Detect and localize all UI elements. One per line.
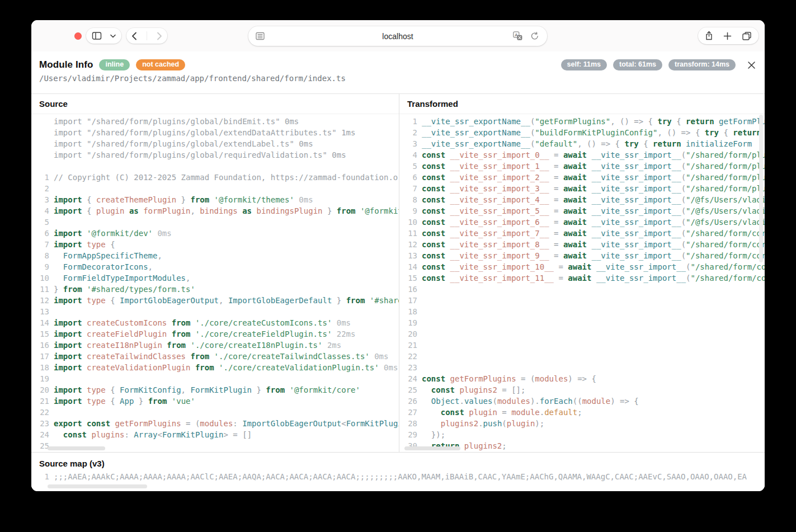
line-number [35,127,49,138]
transformed-pane-title: Transformed [399,94,765,114]
line-number: 6 [35,228,49,239]
line-number: 19 [403,317,417,328]
line-number: 5 [403,161,417,172]
chevron-down-icon[interactable] [110,34,116,38]
line-number: 23 [403,362,417,373]
module-info-header: Module Info inline not cached self: 11ms… [31,51,765,93]
line-number: 5 [35,216,49,228]
tabs-icon[interactable] [742,31,752,41]
code-line: 4const __vite_ssr_import_0__ = await __v… [403,149,765,161]
line-number: 22 [35,407,49,418]
timing-badge-self: self: 11ms [561,59,607,70]
line-number: 17 [403,295,417,306]
nav-divider [147,31,147,40]
source-horizontal-scrollbar[interactable] [48,446,105,450]
line-number: 15 [35,328,49,340]
code-text: import createFieldPlugin from './core/cr… [54,328,355,340]
code-line [35,161,399,172]
traffic-light-close[interactable] [74,32,82,40]
code-text: __vite_ssr_exportName__("buildFormKitPlu… [422,127,765,138]
source-pane: Source import "/shared/form/plugins/glob… [31,94,399,452]
share-icon[interactable] [705,31,713,41]
line-number: 17 [35,351,49,362]
code-text: }); [422,429,445,440]
code-line: 1// Copyright (C) 2012-2025 Zammad Found… [35,172,399,183]
code-line: 10const __vite_ssr_import_6__ = await __… [403,216,765,228]
code-line: 28 plugins2.push(plugin); [403,418,765,429]
line-number: 14 [403,261,417,272]
code-text: plugins2.push(plugin); [422,418,544,429]
code-text: const __vite_ssr_import_9__ = await __vi… [422,250,765,261]
sidebar-toggle-icon[interactable] [92,31,102,40]
code-text: FormFieldTypeImportModules, [54,272,190,284]
code-line: 13const __vite_ssr_import_9__ = await __… [403,250,765,261]
code-text: Object.values(modules).forEach((module) … [422,396,639,407]
code-line: 2 [35,183,399,194]
timing-badge-transform: transform: 14ms [668,59,736,70]
address-bar[interactable]: localhost A [248,26,547,46]
back-button[interactable] [131,32,137,40]
source-code[interactable]: import "/shared/form/plugins/global/bind… [31,114,399,452]
code-text: import type { ImportGlobEagerOutput, Imp… [54,295,399,306]
code-line: 3__vite_ssr_exportName__("default", () =… [403,138,765,149]
code-line: 21import type { App } from 'vue' [35,396,399,407]
translate-icon[interactable]: A [513,31,522,41]
transformed-pane: Transformed 1__vite_ssr_exportName__("ge… [399,94,765,452]
code-line: 19 [35,373,399,384]
code-line: import "/shared/form/plugins/global/exte… [35,127,399,138]
url-text[interactable]: localhost [248,26,547,46]
forward-button[interactable] [157,32,162,40]
line-number: 7 [35,239,49,250]
browser-toolbar: localhost A [31,20,765,51]
line-number: 21 [403,340,417,351]
reload-icon[interactable] [530,31,539,41]
line-number: 20 [403,328,417,340]
code-text: const __vite_ssr_import_11__ = await __v… [422,272,765,284]
line-number: 14 [35,317,49,328]
sourcemap-mappings: ;;;AAEA;AAAkC;AAAA;AAAA;AAAA;AAClC;AAEA;… [54,472,747,482]
line-number [35,138,49,149]
line-number: 29 [403,429,417,440]
line-number: 28 [403,418,417,429]
code-text: import type { [54,239,115,250]
line-number: 13 [403,250,417,261]
code-text: import createValidationPlugin from './co… [54,362,398,373]
code-line: 6const __vite_ssr_import_2__ = await __v… [403,172,765,183]
code-text: const __vite_ssr_import_10__ = await __v… [422,261,765,272]
code-line: 15import createFieldPlugin from './core/… [35,328,399,340]
transformed-code[interactable]: 1__vite_ssr_exportName__("getFormPlugins… [399,114,765,452]
code-line: 23export const getFormPlugins = (modules… [35,418,399,429]
sourcemap-horizontal-scrollbar[interactable] [48,484,147,488]
code-line: 7import type { [35,239,399,250]
code-line: 9const __vite_ssr_import_5__ = await __v… [403,205,765,216]
code-line: 11const __vite_ssr_import_7__ = await __… [403,228,765,239]
code-line: import "/shared/form/plugins/global/exte… [35,138,399,149]
code-text: import type { FormKitConfig, FormKitPlug… [54,384,360,396]
code-panes: Source import "/shared/form/plugins/glob… [31,93,765,452]
line-number: 3 [403,138,417,149]
code-line: 11} from '#shared/types/form.ts' [35,284,399,295]
line-number: 22 [403,351,417,362]
code-text: import "/shared/form/plugins/global/bind… [54,116,299,127]
code-text: const plugin = module.default; [422,407,582,418]
close-icon[interactable] [747,61,756,69]
code-text: // Copyright (C) 2012-2025 Zammad Founda… [54,172,399,183]
line-number: 13 [35,306,49,317]
nav-button-group [126,28,167,44]
code-line: 24 const plugins: Array<FormKitPlugin> =… [35,429,399,440]
code-line: 24const getFormPlugins = (modules) => { [403,373,765,384]
transformed-vertical-scrollbar[interactable] [759,115,763,262]
code-line: 3import { createThemePlugin } from '@for… [35,194,399,205]
code-line: 21 [403,340,765,351]
code-text: __vite_ssr_exportName__("default", () =>… [422,138,752,149]
line-number: 11 [403,228,417,239]
code-text: const __vite_ssr_import_0__ = await __vi… [422,149,765,161]
sidebar-button-group[interactable] [86,28,121,44]
transformed-horizontal-scrollbar[interactable] [404,446,460,450]
code-text: const __vite_ssr_import_4__ = await __vi… [422,194,765,205]
source-pane-title: Source [31,94,399,114]
plus-icon[interactable] [723,32,732,40]
code-line: 5 [35,216,399,228]
line-number: 18 [403,306,417,317]
toolbar-right-group [698,27,759,44]
